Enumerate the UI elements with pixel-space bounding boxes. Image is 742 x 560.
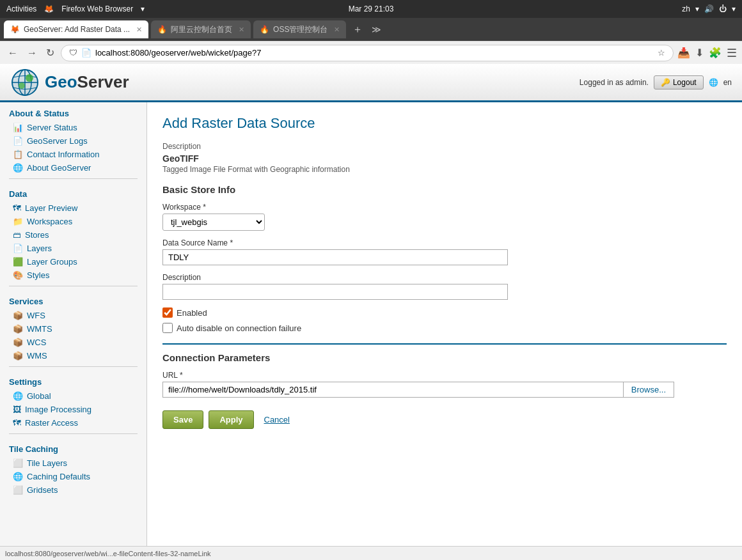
tab-oss[interactable]: 🔥 OSS管理控制台 ✕ <box>253 20 346 38</box>
browser-dropdown-icon[interactable]: ▾ <box>141 4 145 13</box>
sidebar-item-layers[interactable]: 📄 Layers <box>0 242 146 255</box>
page-content: GeoServer Logged in as admin. 🔑 Logout 🌐… <box>0 64 742 546</box>
data-format-desc: Tagged Image File Format with Geographic… <box>162 165 727 174</box>
styles-icon: 🎨 <box>13 270 23 280</box>
geoserver-header: GeoServer Logged in as admin. 🔑 Logout 🌐… <box>0 64 742 102</box>
workspace-select[interactable]: tjl_webgis default cite <box>162 214 265 231</box>
tab-oss-icon: 🔥 <box>260 25 269 34</box>
os-volume-icon[interactable]: 🔊 <box>704 4 714 13</box>
logo-globe <box>10 68 40 97</box>
sidebar-item-stores[interactable]: 🗃 Stores <box>0 228 146 242</box>
svg-point-5 <box>26 74 33 82</box>
tab-aliyun[interactable]: 🔥 阿里云控制台首页 ✕ <box>151 20 251 38</box>
save-button[interactable]: Save <box>162 410 203 429</box>
url-row: Browse... <box>162 382 674 398</box>
sidebar-item-layer-preview[interactable]: 🗺 Layer Preview <box>0 201 146 215</box>
url-input-field[interactable] <box>162 382 624 398</box>
datasource-name-group: Data Source Name * <box>162 238 727 265</box>
stores-icon: 🗃 <box>13 230 21 240</box>
sidebar-item-server-status[interactable]: 📊 Server Status <box>0 121 146 134</box>
address-bar: 🛡 📄 ☆ <box>61 45 674 61</box>
workspace-label: Workspace * <box>162 203 727 212</box>
sidebar-item-about[interactable]: 🌐 About GeoServer <box>0 161 146 175</box>
pocket-icon[interactable]: 📥 <box>677 47 690 59</box>
reload-button[interactable]: ↻ <box>43 45 57 60</box>
os-menu-icon[interactable]: ▾ <box>732 4 736 13</box>
sidebar-item-image-processing[interactable]: 🖼 Image Processing <box>0 403 146 416</box>
divider-4 <box>9 433 138 434</box>
conn-params-divider <box>162 343 727 345</box>
logout-icon: 🔑 <box>661 78 670 87</box>
wfs-icon: 📦 <box>13 311 23 320</box>
datasource-name-label: Data Source Name * <box>162 238 727 247</box>
about-icon: 🌐 <box>13 163 23 173</box>
logout-button[interactable]: 🔑 Logout <box>654 75 704 89</box>
sidebar-item-wms[interactable]: 📦 WMS <box>0 349 146 362</box>
description-field-input[interactable] <box>162 284 508 300</box>
page-title: Add Raster Data Source <box>162 115 727 132</box>
tab-aliyun-label: 阿里云控制台首页 <box>171 24 232 35</box>
sidebar-item-wfs[interactable]: 📦 WFS <box>0 309 146 322</box>
tab-close-oss[interactable]: ✕ <box>334 26 340 34</box>
sidebar-item-logs[interactable]: 📄 GeoServer Logs <box>0 134 146 148</box>
os-lang-arrow[interactable]: ▾ <box>695 4 699 13</box>
auto-disable-row: Auto disable on connection failure <box>162 323 727 333</box>
tab-icon: 🦊 <box>10 25 20 34</box>
forward-button[interactable]: → <box>24 46 40 60</box>
sidebar-section-title-tile-caching: Tile Caching <box>0 438 146 456</box>
download-icon[interactable]: ⬇ <box>695 47 704 59</box>
url-label: URL * <box>162 371 727 380</box>
new-tab-button[interactable]: ＋ <box>349 23 367 36</box>
browser-title[interactable]: Firefox Web Browser <box>61 4 133 13</box>
browser-status-bar: localhost:8080/geoserver/web/wi...e-file… <box>0 546 742 560</box>
auto-disable-checkbox[interactable] <box>162 323 173 333</box>
cancel-button[interactable]: Cancel <box>259 411 295 428</box>
os-power-icon[interactable]: ⏻ <box>719 4 727 13</box>
extensions-icon[interactable]: 🧩 <box>709 47 722 59</box>
bookmark-icon[interactable]: ☆ <box>658 48 665 58</box>
workspace-group: Workspace * tjl_webgis default cite <box>162 203 727 231</box>
auto-disable-label: Auto disable on connection failure <box>177 323 301 333</box>
sidebar-item-contact[interactable]: 📋 Contact Information <box>0 148 146 161</box>
sidebar-item-tile-layers[interactable]: ⬜ Tile Layers <box>0 456 146 470</box>
os-datetime: Mar 29 21:03 <box>349 4 394 13</box>
sidebar-item-styles[interactable]: 🎨 Styles <box>0 268 146 282</box>
sidebar-item-workspaces[interactable]: 📁 Workspaces <box>0 215 146 228</box>
activities-label[interactable]: Activities <box>6 4 36 13</box>
contact-icon: 📋 <box>13 150 23 159</box>
sidebar-item-global[interactable]: 🌐 Global <box>0 389 146 403</box>
sidebar-item-raster-access[interactable]: 🗺 Raster Access <box>0 416 146 430</box>
enabled-checkbox[interactable] <box>162 307 173 318</box>
sidebar-item-gridsets[interactable]: ⬜ Gridsets <box>0 483 146 497</box>
os-lang[interactable]: zh <box>682 4 690 13</box>
tab-oss-label: OSS管理控制台 <box>273 24 328 35</box>
image-processing-icon: 🖼 <box>13 405 21 414</box>
tab-more-button[interactable]: ≫ <box>369 24 384 35</box>
sidebar-section-services: Services 📦 WFS 📦 WMTS 📦 WCS 📦 <box>0 290 146 362</box>
tab-close-aliyun[interactable]: ✕ <box>239 26 244 34</box>
tab-close-geoserver[interactable]: ✕ <box>136 26 142 34</box>
enabled-row: Enabled <box>162 307 727 318</box>
lang-label[interactable]: en <box>723 78 732 87</box>
back-button[interactable]: ← <box>5 46 20 60</box>
sidebar-item-layer-groups[interactable]: 🟩 Layer Groups <box>0 255 146 268</box>
page-icon: 📄 <box>81 48 91 58</box>
enabled-label: Enabled <box>177 308 207 318</box>
sidebar-item-caching-defaults[interactable]: 🌐 Caching Defaults <box>0 470 146 483</box>
caching-defaults-icon: 🌐 <box>13 472 23 481</box>
svg-point-6 <box>19 82 25 89</box>
sidebar-item-wcs[interactable]: 📦 WCS <box>0 336 146 349</box>
sidebar-section-title-data: Data <box>0 183 146 201</box>
apply-button[interactable]: Apply <box>209 410 253 429</box>
logs-icon: 📄 <box>13 136 23 146</box>
lang-globe-icon[interactable]: 🌐 <box>709 78 718 87</box>
sidebar-item-wmts[interactable]: 📦 WMTS <box>0 322 146 336</box>
datasource-name-input[interactable] <box>162 249 508 265</box>
browse-button[interactable]: Browse... <box>624 382 674 398</box>
tab-aliyun-icon: 🔥 <box>157 25 167 34</box>
tab-geoserver[interactable]: 🦊 GeoServer: Add Raster Data ... ✕ <box>4 20 148 38</box>
layer-groups-icon: 🟩 <box>13 257 23 267</box>
url-input[interactable] <box>95 48 654 58</box>
data-format-name: GeoTIFF <box>162 153 727 164</box>
menu-icon[interactable]: ☰ <box>727 46 737 60</box>
